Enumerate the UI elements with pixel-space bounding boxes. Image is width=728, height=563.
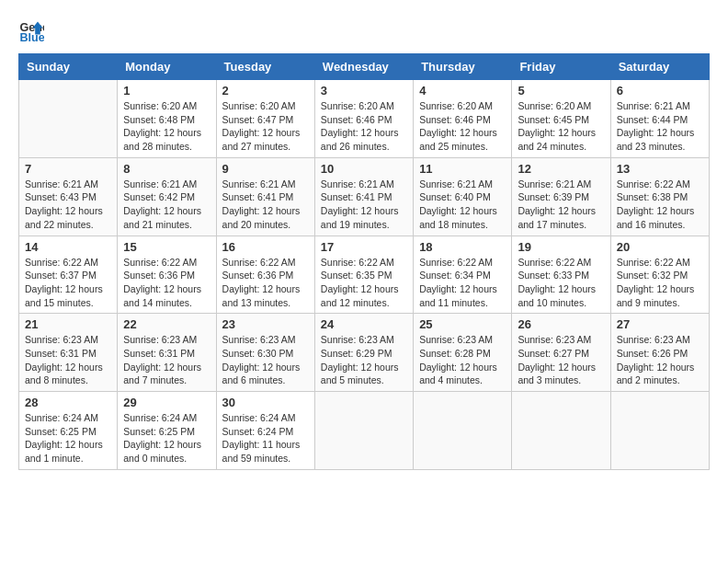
day-number: 3 bbox=[321, 84, 407, 98]
day-info: Sunrise: 6:20 AM Sunset: 6:45 PM Dayligh… bbox=[518, 99, 604, 154]
day-info: Sunrise: 6:22 AM Sunset: 6:37 PM Dayligh… bbox=[25, 256, 111, 310]
calendar-cell: 27Sunrise: 6:23 AM Sunset: 6:26 PM Dayli… bbox=[610, 314, 709, 392]
day-number: 28 bbox=[25, 396, 111, 409]
calendar-cell: 15Sunrise: 6:22 AM Sunset: 6:36 PM Dayli… bbox=[118, 236, 216, 314]
calendar-header-row: SundayMondayTuesdayWednesdayThursdayFrid… bbox=[19, 54, 710, 80]
calendar-week-row: 21Sunrise: 6:23 AM Sunset: 6:31 PM Dayli… bbox=[19, 314, 710, 392]
calendar-cell: 28Sunrise: 6:24 AM Sunset: 6:25 PM Dayli… bbox=[19, 392, 118, 470]
calendar-cell: 16Sunrise: 6:22 AM Sunset: 6:36 PM Dayli… bbox=[216, 236, 314, 314]
calendar-cell: 23Sunrise: 6:23 AM Sunset: 6:30 PM Dayli… bbox=[216, 314, 314, 392]
day-info: Sunrise: 6:21 AM Sunset: 6:44 PM Dayligh… bbox=[617, 99, 703, 154]
day-info: Sunrise: 6:23 AM Sunset: 6:28 PM Dayligh… bbox=[419, 333, 506, 387]
day-info: Sunrise: 6:22 AM Sunset: 6:38 PM Dayligh… bbox=[617, 178, 703, 232]
day-info: Sunrise: 6:20 AM Sunset: 6:48 PM Dayligh… bbox=[123, 99, 210, 154]
calendar-cell: 17Sunrise: 6:22 AM Sunset: 6:35 PM Dayli… bbox=[314, 236, 413, 314]
calendar-cell: 5Sunrise: 6:20 AM Sunset: 6:45 PM Daylig… bbox=[512, 80, 610, 158]
day-info: Sunrise: 6:24 AM Sunset: 6:25 PM Dayligh… bbox=[123, 411, 210, 465]
day-info: Sunrise: 6:22 AM Sunset: 6:32 PM Dayligh… bbox=[617, 256, 703, 310]
day-info: Sunrise: 6:23 AM Sunset: 6:26 PM Dayligh… bbox=[617, 333, 703, 387]
calendar-cell: 18Sunrise: 6:22 AM Sunset: 6:34 PM Dayli… bbox=[414, 236, 512, 314]
calendar-cell bbox=[314, 392, 413, 470]
day-number: 13 bbox=[617, 162, 703, 176]
day-info: Sunrise: 6:24 AM Sunset: 6:25 PM Dayligh… bbox=[25, 411, 111, 465]
day-info: Sunrise: 6:22 AM Sunset: 6:36 PM Dayligh… bbox=[222, 256, 309, 310]
day-number: 10 bbox=[321, 162, 407, 176]
logo: General Blue bbox=[18, 18, 48, 44]
weekday-header-thursday: Thursday bbox=[414, 54, 512, 80]
day-info: Sunrise: 6:23 AM Sunset: 6:30 PM Dayligh… bbox=[222, 333, 309, 387]
day-info: Sunrise: 6:23 AM Sunset: 6:31 PM Dayligh… bbox=[123, 333, 210, 387]
calendar-cell: 7Sunrise: 6:21 AM Sunset: 6:43 PM Daylig… bbox=[19, 157, 118, 236]
day-number: 24 bbox=[321, 317, 407, 331]
day-number: 17 bbox=[321, 240, 407, 254]
day-info: Sunrise: 6:21 AM Sunset: 6:41 PM Dayligh… bbox=[321, 178, 407, 232]
calendar-cell: 25Sunrise: 6:23 AM Sunset: 6:28 PM Dayli… bbox=[414, 314, 512, 392]
calendar-week-row: 14Sunrise: 6:22 AM Sunset: 6:37 PM Dayli… bbox=[19, 236, 710, 314]
calendar-cell: 4Sunrise: 6:20 AM Sunset: 6:46 PM Daylig… bbox=[414, 80, 512, 158]
day-info: Sunrise: 6:21 AM Sunset: 6:43 PM Dayligh… bbox=[25, 178, 111, 232]
calendar-week-row: 7Sunrise: 6:21 AM Sunset: 6:43 PM Daylig… bbox=[19, 157, 710, 236]
calendar-cell: 11Sunrise: 6:21 AM Sunset: 6:40 PM Dayli… bbox=[414, 157, 512, 236]
day-info: Sunrise: 6:23 AM Sunset: 6:31 PM Dayligh… bbox=[25, 333, 111, 387]
weekday-header-friday: Friday bbox=[512, 54, 610, 80]
day-info: Sunrise: 6:21 AM Sunset: 6:42 PM Dayligh… bbox=[123, 178, 210, 232]
calendar-cell: 22Sunrise: 6:23 AM Sunset: 6:31 PM Dayli… bbox=[118, 314, 216, 392]
calendar-cell: 10Sunrise: 6:21 AM Sunset: 6:41 PM Dayli… bbox=[314, 157, 413, 236]
day-info: Sunrise: 6:24 AM Sunset: 6:24 PM Dayligh… bbox=[222, 411, 309, 465]
day-number: 12 bbox=[518, 162, 604, 176]
day-number: 23 bbox=[222, 317, 309, 331]
day-number: 4 bbox=[419, 84, 506, 98]
day-info: Sunrise: 6:20 AM Sunset: 6:46 PM Dayligh… bbox=[419, 99, 506, 154]
day-number: 27 bbox=[617, 317, 703, 331]
calendar-table: SundayMondayTuesdayWednesdayThursdayFrid… bbox=[18, 53, 710, 470]
day-info: Sunrise: 6:21 AM Sunset: 6:41 PM Dayligh… bbox=[222, 178, 309, 232]
day-number: 30 bbox=[222, 396, 309, 409]
day-info: Sunrise: 6:22 AM Sunset: 6:35 PM Dayligh… bbox=[321, 256, 407, 310]
day-info: Sunrise: 6:23 AM Sunset: 6:27 PM Dayligh… bbox=[518, 333, 604, 387]
weekday-header-sunday: Sunday bbox=[19, 54, 118, 80]
day-number: 9 bbox=[222, 162, 309, 176]
calendar-week-row: 28Sunrise: 6:24 AM Sunset: 6:25 PM Dayli… bbox=[19, 392, 710, 470]
calendar-cell bbox=[19, 80, 118, 158]
calendar-cell: 26Sunrise: 6:23 AM Sunset: 6:27 PM Dayli… bbox=[512, 314, 610, 392]
calendar-cell: 19Sunrise: 6:22 AM Sunset: 6:33 PM Dayli… bbox=[512, 236, 610, 314]
day-number: 8 bbox=[123, 162, 210, 176]
day-number: 6 bbox=[617, 84, 703, 98]
calendar-week-row: 1Sunrise: 6:20 AM Sunset: 6:48 PM Daylig… bbox=[19, 80, 710, 158]
calendar-cell bbox=[414, 392, 512, 470]
day-number: 19 bbox=[518, 240, 604, 254]
day-number: 29 bbox=[123, 396, 210, 409]
day-number: 11 bbox=[419, 162, 506, 176]
day-number: 5 bbox=[518, 84, 604, 98]
calendar-cell: 1Sunrise: 6:20 AM Sunset: 6:48 PM Daylig… bbox=[118, 80, 216, 158]
day-number: 16 bbox=[222, 240, 309, 254]
calendar-cell: 3Sunrise: 6:20 AM Sunset: 6:46 PM Daylig… bbox=[314, 80, 413, 158]
calendar-cell: 30Sunrise: 6:24 AM Sunset: 6:24 PM Dayli… bbox=[216, 392, 314, 470]
day-info: Sunrise: 6:22 AM Sunset: 6:34 PM Dayligh… bbox=[419, 256, 506, 310]
day-number: 7 bbox=[25, 162, 111, 176]
calendar-cell: 29Sunrise: 6:24 AM Sunset: 6:25 PM Dayli… bbox=[118, 392, 216, 470]
weekday-header-saturday: Saturday bbox=[610, 54, 709, 80]
day-info: Sunrise: 6:21 AM Sunset: 6:39 PM Dayligh… bbox=[518, 178, 604, 232]
calendar-cell: 6Sunrise: 6:21 AM Sunset: 6:44 PM Daylig… bbox=[610, 80, 709, 158]
calendar-cell: 13Sunrise: 6:22 AM Sunset: 6:38 PM Dayli… bbox=[610, 157, 709, 236]
day-number: 22 bbox=[123, 317, 210, 331]
day-number: 25 bbox=[419, 317, 506, 331]
logo-icon: General Blue bbox=[18, 18, 44, 44]
day-number: 20 bbox=[617, 240, 703, 254]
calendar-cell: 2Sunrise: 6:20 AM Sunset: 6:47 PM Daylig… bbox=[216, 80, 314, 158]
weekday-header-tuesday: Tuesday bbox=[216, 54, 314, 80]
day-info: Sunrise: 6:20 AM Sunset: 6:46 PM Dayligh… bbox=[321, 99, 407, 154]
day-number: 1 bbox=[123, 84, 210, 98]
page-header: General Blue bbox=[18, 18, 710, 44]
calendar-cell: 14Sunrise: 6:22 AM Sunset: 6:37 PM Dayli… bbox=[19, 236, 118, 314]
calendar-cell bbox=[512, 392, 610, 470]
calendar-cell: 20Sunrise: 6:22 AM Sunset: 6:32 PM Dayli… bbox=[610, 236, 709, 314]
day-info: Sunrise: 6:21 AM Sunset: 6:40 PM Dayligh… bbox=[419, 178, 506, 232]
day-number: 14 bbox=[25, 240, 111, 254]
day-number: 21 bbox=[25, 317, 111, 331]
calendar-cell bbox=[610, 392, 709, 470]
day-info: Sunrise: 6:20 AM Sunset: 6:47 PM Dayligh… bbox=[222, 99, 309, 154]
day-number: 15 bbox=[123, 240, 210, 254]
day-info: Sunrise: 6:23 AM Sunset: 6:29 PM Dayligh… bbox=[321, 333, 407, 387]
